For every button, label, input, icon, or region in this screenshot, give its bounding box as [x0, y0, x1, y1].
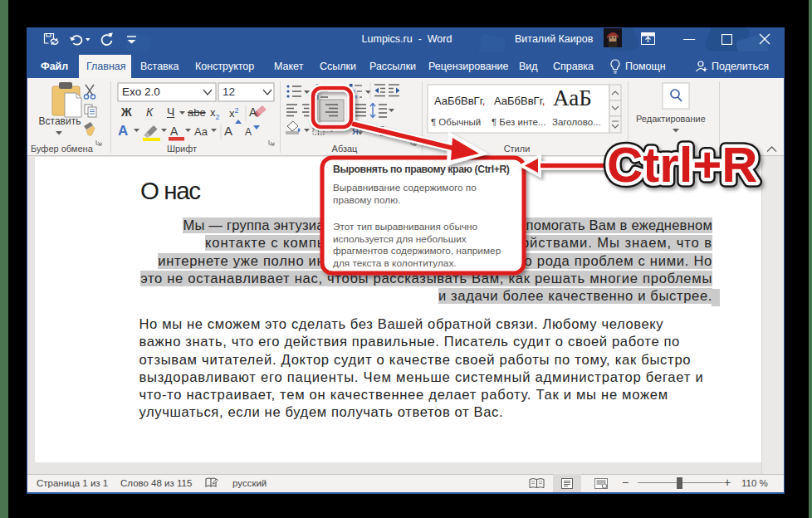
- svg-text:Ctrl+R: Ctrl+R: [607, 137, 758, 193]
